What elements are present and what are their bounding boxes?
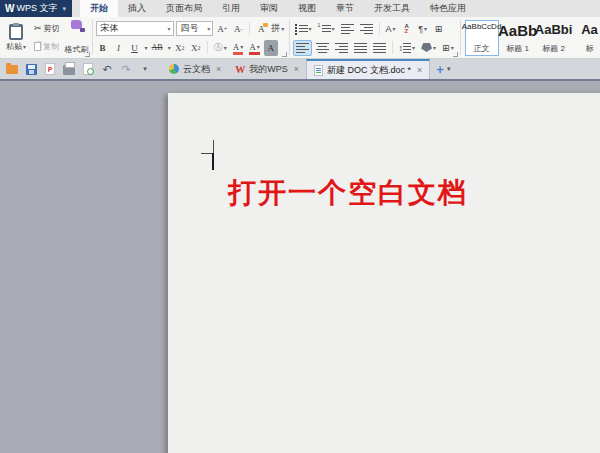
print-button[interactable] <box>62 62 76 76</box>
tab-developer[interactable]: 开发工具 <box>364 0 420 17</box>
ribbon-tabs: 开始 插入 页面布局 引用 审阅 视图 章节 开发工具 特色应用 <box>80 0 476 17</box>
close-icon[interactable]: × <box>417 65 422 75</box>
copy-button[interactable]: 复制 <box>32 40 62 53</box>
redo-button[interactable]: ↷ <box>119 62 133 76</box>
strikethrough-button[interactable]: AB <box>150 40 165 56</box>
font-name-select[interactable]: 宋体▾ <box>96 21 174 36</box>
wps-logo-icon: W <box>5 3 13 14</box>
tab-cloud-docs[interactable]: 云文档 × <box>162 59 228 79</box>
paste-button[interactable]: 粘贴▾ <box>3 19 29 56</box>
format-painter-button[interactable]: 格式刷 <box>65 19 89 56</box>
tab-section[interactable]: 章节 <box>326 0 364 17</box>
preview-icon <box>83 63 93 75</box>
open-button[interactable] <box>5 62 19 76</box>
printer-icon <box>63 65 75 75</box>
show-marks-button[interactable]: ¶▾ <box>416 21 430 37</box>
customize-toolbar-button[interactable]: ▾ <box>138 62 152 76</box>
separator <box>249 22 250 35</box>
document-tabs: 云文档 × W 我的WPS × 新建 DOC 文档.doc * × + ▾ <box>162 59 456 79</box>
asian-layout-button[interactable]: A▾ <box>384 21 398 37</box>
align-right-button[interactable] <box>333 40 350 56</box>
grow-font-button[interactable]: A+ <box>215 21 229 37</box>
draw-table-button[interactable]: ⊞ <box>432 21 446 37</box>
pinyin-guide-button[interactable]: 拼▾ <box>270 21 285 37</box>
close-icon[interactable]: × <box>216 64 221 74</box>
document-tab-strip: P ↶ ↷ ▾ 云文档 × W 我的WPS × 新建 DOC 文档.doc * … <box>0 59 600 81</box>
bold-button[interactable]: B <box>96 40 110 56</box>
annotation-text: 打开一个空白文档 <box>228 174 468 212</box>
tab-current-document[interactable]: 新建 DOC 文档.doc * × <box>306 59 430 79</box>
clipboard-dialog-launcher[interactable] <box>85 52 90 57</box>
tab-my-wps[interactable]: W 我的WPS × <box>228 59 306 79</box>
print-preview-button[interactable] <box>81 62 95 76</box>
cut-label: 剪切 <box>44 23 60 34</box>
indent-icon <box>360 24 373 34</box>
tab-review[interactable]: 审阅 <box>250 0 288 17</box>
chevron-down-icon[interactable]: ▾ <box>168 44 171 51</box>
justify-button[interactable] <box>352 40 369 56</box>
style-heading1[interactable]: AaBb 标题 1 <box>501 20 535 56</box>
copy-label: 复制 <box>43 41 59 52</box>
style-heading3[interactable]: Aa 标 <box>573 20 600 56</box>
save-icon <box>26 64 37 75</box>
new-tab-button[interactable]: + <box>436 62 444 77</box>
underline-button[interactable]: U <box>128 40 142 56</box>
chevron-down-icon[interactable]: ▾ <box>62 5 66 13</box>
style-preview: AaBbi <box>535 22 573 37</box>
margin-crop-mark-vertical <box>213 140 214 153</box>
tab-special-features[interactable]: 特色应用 <box>420 0 476 17</box>
style-preview: Aa <box>581 22 598 37</box>
chevron-down-icon[interactable]: ▾ <box>145 44 148 51</box>
style-normal[interactable]: AaBbCcDd 正文 <box>465 20 499 56</box>
tab-page-layout[interactable]: 页面布局 <box>156 0 212 17</box>
style-label: 正文 <box>474 43 490 54</box>
wps-w-icon: W <box>235 64 245 75</box>
close-icon[interactable]: × <box>294 64 299 74</box>
cut-button[interactable]: ✂剪切 <box>32 22 62 35</box>
tab-view[interactable]: 视图 <box>288 0 326 17</box>
font-dialog-launcher[interactable] <box>282 52 287 57</box>
superscript-button[interactable]: X2 <box>173 40 187 56</box>
subscript-button[interactable]: X2 <box>189 40 203 56</box>
decrease-indent-button[interactable] <box>339 21 356 37</box>
increase-indent-button[interactable] <box>358 21 375 37</box>
distribute-icon <box>373 43 386 53</box>
document-workspace[interactable]: 打开一个空白文档 <box>0 83 600 453</box>
tab-home[interactable]: 开始 <box>80 0 118 17</box>
font-size-select[interactable]: 四号▾ <box>176 21 214 36</box>
outdent-icon <box>341 24 354 34</box>
chevron-down-icon: ▾ <box>23 44 26 50</box>
clear-format-button[interactable]: A <box>254 21 268 37</box>
distribute-button[interactable] <box>371 40 388 56</box>
font-color-button[interactable]: A▾ <box>247 40 262 56</box>
character-shading-button[interactable]: A <box>264 40 278 56</box>
chevron-down-icon: ▾ <box>207 25 210 32</box>
title-bar: W WPS 文字 ▾ 开始 插入 页面布局 引用 审阅 视图 章节 开发工具 特… <box>0 0 600 17</box>
wps-menu-button[interactable]: W WPS 文字 ▾ <box>0 0 72 17</box>
highlight-color-button[interactable]: A▾ <box>231 40 246 56</box>
tab-insert[interactable]: 插入 <box>118 0 156 17</box>
save-button[interactable] <box>24 62 38 76</box>
italic-button[interactable]: I <box>112 40 126 56</box>
align-left-button[interactable] <box>293 40 312 56</box>
numbering-button[interactable]: ▾ <box>316 21 337 37</box>
export-pdf-button[interactable]: P <box>43 62 57 76</box>
enclose-characters-button[interactable]: Ⓐ▾ <box>212 40 229 56</box>
chevron-down-icon[interactable]: ▾ <box>447 65 451 73</box>
shrink-font-button[interactable]: A- <box>231 21 245 37</box>
bullets-button[interactable]: ▾ <box>293 21 314 37</box>
shading-button[interactable]: ▾ <box>419 40 438 56</box>
scissors-icon: ✂ <box>34 23 42 33</box>
document-page[interactable] <box>168 93 600 453</box>
tab-references[interactable]: 引用 <box>212 0 250 17</box>
undo-button[interactable]: ↶ <box>100 62 114 76</box>
chevron-down-icon: ▾ <box>281 25 284 32</box>
font-size-value: 四号 <box>181 22 199 35</box>
paragraph-dialog-launcher[interactable] <box>453 52 458 57</box>
brush-icon <box>71 20 82 29</box>
style-heading2[interactable]: AaBbi 标题 2 <box>537 20 571 56</box>
line-spacing-button[interactable]: ↕▾ <box>397 40 418 56</box>
app-name: WPS 文字 <box>16 2 57 15</box>
sort-button[interactable]: AZ <box>400 21 414 37</box>
align-center-button[interactable] <box>314 40 331 56</box>
